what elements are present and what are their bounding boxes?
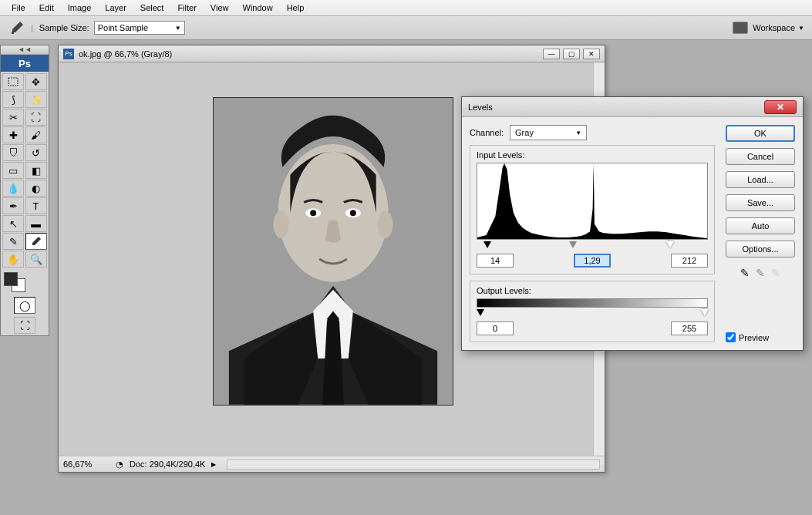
menu-window[interactable]: Window xyxy=(236,1,280,15)
document-icon: Ps xyxy=(63,49,74,59)
svg-point-3 xyxy=(278,144,388,282)
dialog-titlebar[interactable]: Levels ✕ xyxy=(462,97,803,117)
toolbox: ◄◄ Ps ✥ ⟆ ✨ ✂ ⛶ ✚ 🖌 ⛉ ↺ ▭ ◧ 💧 ◐ ✒ T ↖ ▬ … xyxy=(0,45,49,336)
histogram xyxy=(477,163,708,240)
zoom-tool-icon[interactable]: 🔍 xyxy=(25,251,47,268)
svg-point-5 xyxy=(310,210,316,216)
sample-size-dropdown[interactable]: Point Sample▼ xyxy=(94,21,185,35)
input-levels-label: Input Levels: xyxy=(477,150,708,160)
toolbox-collapse[interactable]: ◄◄ xyxy=(1,45,49,55)
gradient-tool-icon[interactable]: ◧ xyxy=(25,162,47,179)
dialog-title: Levels xyxy=(468,103,493,112)
horizontal-scrollbar[interactable] xyxy=(227,459,600,470)
status-bar: 66,67% ◔ Doc: 290,4K/290,4K ▶ xyxy=(59,456,605,472)
output-black-slider[interactable] xyxy=(477,309,484,316)
shadow-input[interactable] xyxy=(477,254,514,268)
menu-view[interactable]: View xyxy=(204,1,236,15)
menu-filter[interactable]: Filter xyxy=(170,1,203,15)
lasso-tool-icon[interactable]: ⟆ xyxy=(2,91,24,108)
menu-help[interactable]: Help xyxy=(280,1,312,15)
marquee-tool-icon[interactable] xyxy=(2,73,24,90)
dodge-tool-icon[interactable]: ◐ xyxy=(25,180,47,197)
highlight-slider[interactable] xyxy=(666,241,674,248)
shadow-slider[interactable] xyxy=(483,241,491,248)
status-icon[interactable]: ◔ xyxy=(116,459,123,470)
menu-layer[interactable]: Layer xyxy=(98,1,133,15)
ok-button[interactable]: OK xyxy=(726,125,795,142)
image-content xyxy=(213,97,453,406)
highlight-input[interactable] xyxy=(671,254,708,268)
maximize-button[interactable]: ▢ xyxy=(563,49,580,59)
options-button[interactable]: Options... xyxy=(726,241,795,258)
menu-select[interactable]: Select xyxy=(133,1,171,15)
preview-checkbox[interactable]: Preview xyxy=(726,332,795,342)
menu-file[interactable]: File xyxy=(5,1,32,15)
menu-edit[interactable]: Edit xyxy=(32,1,61,15)
stamp-tool-icon[interactable]: ⛉ xyxy=(2,144,24,161)
doc-info: Doc: 290,4K/290,4K xyxy=(130,459,205,469)
svg-marker-10 xyxy=(477,163,707,239)
hand-tool-icon[interactable]: ✋ xyxy=(2,251,24,268)
input-slider[interactable] xyxy=(477,241,708,251)
eraser-tool-icon[interactable]: ▭ xyxy=(2,162,24,179)
output-white-input[interactable] xyxy=(671,321,708,335)
close-button[interactable]: ✕ xyxy=(583,49,600,59)
document-titlebar[interactable]: Ps ok.jpg @ 66,7% (Gray/8) — ▢ ✕ xyxy=(59,45,605,62)
white-point-eyedropper-icon[interactable]: ✎ xyxy=(771,267,780,279)
wand-tool-icon[interactable]: ✨ xyxy=(25,91,47,108)
crop-tool-icon[interactable]: ✂ xyxy=(2,109,24,126)
minimize-button[interactable]: — xyxy=(543,49,560,59)
svg-rect-0 xyxy=(12,32,14,34)
pen-tool-icon[interactable]: ✒ xyxy=(2,197,24,214)
midtone-input[interactable] xyxy=(574,254,611,268)
shape-tool-icon[interactable]: ▬ xyxy=(25,215,47,232)
workspace-label[interactable]: Workspace xyxy=(753,23,795,32)
cancel-button[interactable]: Cancel xyxy=(726,148,795,165)
output-slider[interactable] xyxy=(477,309,708,318)
svg-point-7 xyxy=(350,210,356,216)
auto-button[interactable]: Auto xyxy=(726,217,795,234)
blur-tool-icon[interactable]: 💧 xyxy=(2,180,24,197)
dialog-close-button[interactable]: ✕ xyxy=(764,100,797,114)
menubar: File Edit Image Layer Select Filter View… xyxy=(0,0,812,16)
history-brush-tool-icon[interactable]: ↺ xyxy=(25,144,47,161)
path-tool-icon[interactable]: ↖ xyxy=(2,215,24,232)
preview-checkbox-input[interactable] xyxy=(726,332,736,342)
output-black-input[interactable] xyxy=(477,321,514,335)
output-gradient xyxy=(477,298,708,308)
brush-tool-icon[interactable]: 🖌 xyxy=(25,126,47,143)
heal-tool-icon[interactable]: ✚ xyxy=(2,126,24,143)
zoom-field[interactable]: 66,67% xyxy=(63,459,110,469)
gray-point-eyedropper-icon[interactable]: ✎ xyxy=(756,267,765,279)
svg-point-9 xyxy=(378,210,393,238)
options-bar: | Sample Size: Point Sample▼ Workspace ▼ xyxy=(0,16,812,40)
notes-tool-icon[interactable]: ✎ xyxy=(2,233,24,250)
output-levels-label: Output Levels: xyxy=(477,286,708,295)
output-levels-group: Output Levels: xyxy=(470,281,715,342)
doc-info-menu[interactable]: ▶ xyxy=(211,461,216,468)
levels-dialog: Levels ✕ Channel: Gray▼ Input Levels: xyxy=(461,96,804,351)
sample-size-label: Sample Size: xyxy=(39,23,89,32)
svg-rect-1 xyxy=(8,78,18,86)
menu-image[interactable]: Image xyxy=(61,1,99,15)
active-tool-icon[interactable] xyxy=(8,19,26,37)
eyedropper-tool-icon[interactable] xyxy=(25,233,47,250)
load-button[interactable]: Load... xyxy=(726,171,795,188)
move-tool-icon[interactable]: ✥ xyxy=(25,73,47,90)
bridge-icon[interactable] xyxy=(733,22,748,34)
document-title: ok.jpg @ 66,7% (Gray/8) xyxy=(79,49,172,59)
channel-label: Channel: xyxy=(470,128,504,137)
workspace-dropdown-icon[interactable]: ▼ xyxy=(798,25,804,32)
input-levels-group: Input Levels: xyxy=(470,145,715,274)
midtone-slider[interactable] xyxy=(569,241,577,248)
foreground-color[interactable] xyxy=(4,272,18,286)
save-button[interactable]: Save... xyxy=(726,194,795,211)
black-point-eyedropper-icon[interactable]: ✎ xyxy=(740,267,750,279)
output-white-slider[interactable] xyxy=(701,309,709,316)
channel-dropdown[interactable]: Gray▼ xyxy=(510,125,587,140)
quickmask-off-icon[interactable]: ◯ xyxy=(14,297,35,314)
slice-tool-icon[interactable]: ⛶ xyxy=(25,109,47,126)
screenmode-icon[interactable]: ⛶ xyxy=(14,317,35,334)
type-tool-icon[interactable]: T xyxy=(25,197,47,214)
color-swatches[interactable] xyxy=(1,269,49,295)
